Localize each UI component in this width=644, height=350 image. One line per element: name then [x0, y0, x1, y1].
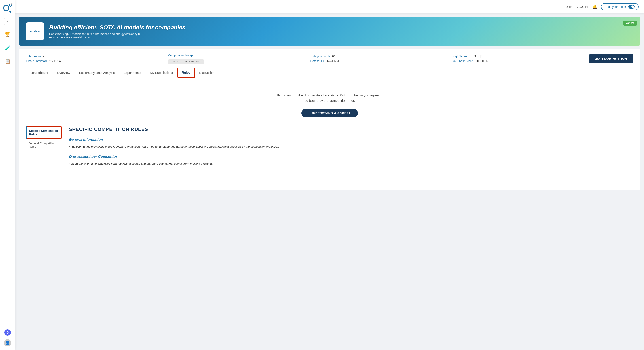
stat-group-teams: Total Teams 45 Final submission 25.11.24 — [26, 55, 157, 63]
sidebar-bottom: D 👤 — [4, 329, 11, 346]
rules-sidebar: Specific Competition Rules General Compe… — [26, 126, 62, 172]
high-score-value: 0.78378 | 1. — [469, 55, 484, 58]
high-score-row: High Score 0.78378 | 1. — [452, 55, 584, 58]
final-submission-value: 25.11.24 — [50, 59, 61, 63]
computation-budget-label: Computation budget — [168, 54, 300, 57]
rules-section1-title: General Information — [69, 138, 633, 142]
sidebar-item-document[interactable]: 📋 — [4, 57, 12, 65]
tab-rules[interactable]: Rules — [177, 68, 195, 78]
stats-bar: Total Teams 45 Final submission 25.11.24… — [19, 49, 640, 68]
beta-badge: β — [12, 3, 12, 5]
discord-button[interactable]: D — [4, 329, 11, 336]
todays-submits-label: Todays submits — [310, 55, 330, 58]
topbar: User 100.00 PF 🔔 Train your model — [15, 0, 644, 14]
competition-subtitle: Benchmarking AI models for both performa… — [49, 32, 143, 39]
sidebar-item-trophy[interactable]: 🏆 — [4, 31, 12, 39]
your-best-score-value: 0.00000 | - — [475, 59, 488, 63]
dataset-id-label: Dataset ID — [310, 59, 324, 63]
rules-section2-title: One account per Competitor — [69, 155, 633, 159]
competition-info: Building efficient, SOTA AI models for c… — [49, 24, 186, 39]
rules-main-content: SPECIFIC COMPETITION RULES General Infor… — [69, 126, 633, 172]
stat-group-scores: High Score 0.78378 | 1. Your best Score … — [452, 55, 584, 63]
sidebar-collapse-button[interactable]: » — [4, 18, 11, 25]
rules-sidebar-item-general[interactable]: General Competition Rules — [26, 139, 62, 151]
tab-eda[interactable]: Exploratory Data Analysis — [75, 68, 120, 78]
stat-group-budget: Computation budget 0F of 200.00 PF utili… — [168, 54, 300, 64]
sidebar: β » 🏆 🧪 📋 D 👤 — [0, 0, 15, 350]
budget-bar-text: 0F of 200.00 PF utilized — [173, 60, 199, 63]
rules-main-title: SPECIFIC COMPETITION RULES — [69, 126, 633, 132]
total-teams-row: Total Teams 45 — [26, 55, 157, 58]
competition-header: tracebloc Building efficient, SOTA AI mo… — [19, 17, 640, 46]
logo-dot — [10, 11, 11, 13]
tab-overview[interactable]: Overview — [52, 68, 74, 78]
understand-accept-button[interactable]: I UNDERSTAND & ACCEPT — [302, 109, 358, 118]
tab-discussion[interactable]: Discussion — [195, 68, 219, 78]
rules-sidebar-item-specific[interactable]: Specific Competition Rules — [26, 126, 62, 139]
rules-content-area: By clicking on the „I understand and Acc… — [19, 78, 640, 190]
accept-section: By clicking on the „I understand and Acc… — [26, 86, 633, 126]
your-best-score-label: Your best Score — [452, 59, 473, 63]
stat-divider-1 — [162, 53, 163, 64]
total-teams-value: 45 — [43, 55, 46, 58]
budget-bar-container: 0F of 200.00 PF utilized — [168, 59, 300, 64]
stat-group-submits: Todays submits 0/5 Dataset ID DwwCRMI5 — [310, 55, 442, 63]
todays-submits-row: Todays submits 0/5 — [310, 55, 442, 58]
discord-icon: D — [6, 331, 9, 334]
tabs-bar: Leaderboard Overview Exploratory Data An… — [19, 68, 640, 78]
train-model-toggle-icon — [628, 5, 634, 9]
logo-circle-big — [3, 5, 10, 11]
tab-leaderboard[interactable]: Leaderboard — [26, 68, 52, 78]
rules-section2-text: You cannot sign up to Tracebloc from mul… — [69, 161, 633, 166]
status-badge: Active — [624, 21, 637, 26]
train-model-button[interactable]: Train your model — [601, 3, 639, 10]
sidebar-item-flask[interactable]: 🧪 — [4, 44, 12, 52]
accept-text: By clicking on the „I understand and Acc… — [26, 93, 633, 103]
main-content: User 100.00 PF 🔔 Train your model traceb… — [15, 0, 644, 350]
budget-bar: 0F of 200.00 PF utilized — [168, 59, 204, 64]
join-competition-button[interactable]: JOIN COMPETITION — [589, 54, 633, 63]
user-avatar[interactable]: 👤 — [4, 339, 11, 346]
user-icon: 👤 — [5, 340, 10, 345]
rules-layout: Specific Competition Rules General Compe… — [26, 126, 633, 172]
stat-divider-2 — [305, 53, 305, 64]
todays-submits-value: 0/5 — [332, 55, 336, 58]
document-icon: 📋 — [5, 59, 10, 64]
competition-logo: tracebloc — [26, 22, 44, 40]
rules-section1-text: In addition to the provisions of the Gen… — [69, 144, 633, 149]
high-score-label: High Score — [452, 55, 467, 58]
train-model-label: Train your model — [605, 5, 626, 9]
stat-divider-3 — [447, 53, 447, 64]
tab-my-submissions[interactable]: My Submissions — [146, 68, 177, 78]
flask-icon: 🧪 — [5, 45, 10, 51]
topbar-pf-value: 100.00 PF — [575, 5, 589, 9]
dataset-id-value: DwwCRMI5 — [326, 59, 341, 63]
trophy-icon: 🏆 — [5, 32, 10, 37]
final-submission-row: Final submission 25.11.24 — [26, 59, 157, 63]
your-best-score-row: Your best Score 0.00000 | - — [452, 59, 584, 63]
dataset-id-row: Dataset ID DwwCRMI5 — [310, 59, 442, 63]
logo: β — [3, 4, 12, 13]
tab-experiments[interactable]: Experiments — [119, 68, 146, 78]
notification-bell-icon[interactable]: 🔔 — [592, 4, 597, 9]
topbar-user-label: User — [566, 5, 572, 9]
competition-title: Building efficient, SOTA AI models for c… — [49, 24, 186, 31]
total-teams-label: Total Teams — [26, 55, 41, 58]
final-submission-label: Final submission — [26, 59, 48, 63]
